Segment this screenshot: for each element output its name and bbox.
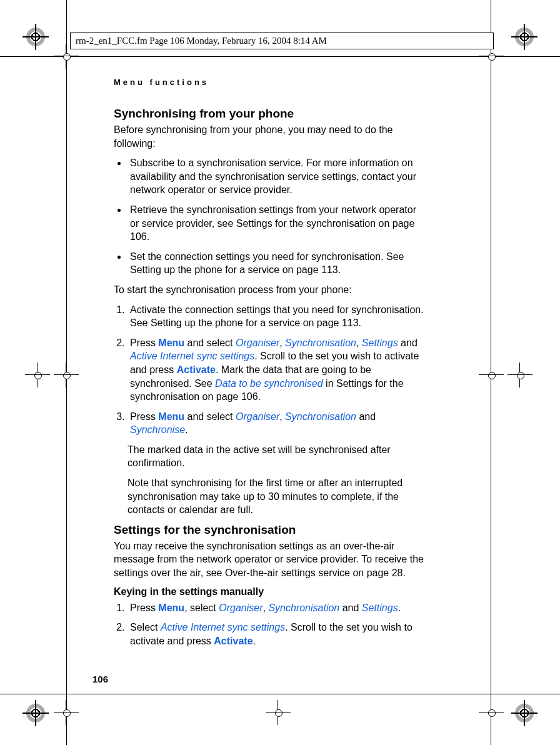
ui-term: Activate [177,364,216,375]
ui-term: Settings [362,338,398,348]
list-item: Press Menu, select Organiser, Synchronis… [128,601,426,615]
section-heading: Synchronising from your phone [114,107,426,121]
numbered-list: Press Menu, select Organiser, Synchronis… [114,601,426,648]
ui-term: Synchronisation [285,411,356,422]
section-heading: Settings for the synchronisation [114,523,426,537]
crosshair-icon [54,362,79,388]
text-run: and [356,411,376,422]
text-run: Press [130,602,158,613]
crop-line-bottom [0,694,560,694]
list-item: Set the connection settings you need for… [128,250,426,277]
ui-term: Active Internet sync settings [161,622,285,632]
list-item: Activate the connection settings that yo… [128,303,426,330]
ui-term: Organiser [236,411,279,422]
list-item: Press Menu and select Organiser, Synchro… [128,410,426,437]
body-text: Note that synchronising for the first ti… [128,476,426,517]
sub-heading: Keying in the settings manually [114,586,426,598]
text-run: and select [184,338,236,348]
crop-line-top [0,56,560,57]
text-run: and [339,602,362,613]
registration-mark-icon [515,28,534,46]
ui-term: Activate [214,636,252,646]
registration-mark-icon [26,28,45,46]
list-item: Retrieve the synchronisation settings fr… [128,203,426,244]
text-run: and [398,338,418,348]
crosshair-icon [25,362,50,388]
text-run: Press [130,411,158,422]
body-text: Before synchronising from your phone, yo… [114,123,426,150]
ui-term: Menu [158,411,184,422]
bullet-list: Subscribe to a synchronisation service. … [114,156,426,277]
page-number: 106 [92,674,108,684]
body-text: You may receive the synchronisation sett… [114,539,426,580]
text-run: , [279,338,285,348]
ui-term: Organiser [219,602,262,613]
crosshair-icon [508,362,532,388]
numbered-list: Activate the connection settings that yo… [114,303,426,437]
registration-mark-icon [26,704,45,722]
ui-term: Menu [158,602,184,613]
text-run: and select [184,411,236,422]
ui-term: Synchronisation [285,338,356,348]
text-run: . [185,424,188,435]
running-head: Menu functions [114,78,426,87]
ui-term: Synchronise [130,424,185,435]
crosshair-icon [479,700,504,725]
crosshair-icon [266,700,291,725]
page-content: Menu functions Synchronising from your p… [114,78,426,654]
crosshair-icon [479,362,504,388]
ui-term: Synchronisation [268,602,339,613]
crosshair-icon [54,700,79,725]
header-stamp: rm-2_en1_FCC.fm Page 106 Monday, Februar… [70,32,494,49]
text-run: Press [130,338,158,348]
text-run: , [279,411,285,422]
ui-term: Organiser [236,338,279,348]
list-item: Press Menu and select Organiser, Synchro… [128,336,426,404]
text-run: . [253,636,256,646]
body-text: The marked data in the active set will b… [128,443,426,470]
ui-term: Settings [362,602,398,613]
ui-term: Active Internet sync settings [130,351,254,361]
ui-term: Data to be synchronised [215,378,323,389]
text-run: , [356,338,362,348]
registration-mark-icon [515,704,534,722]
ui-term: Menu [158,338,184,348]
text-run: , select [184,602,219,613]
list-item: Subscribe to a synchronisation service. … [128,156,426,197]
text-run: Select [130,622,161,632]
body-text: To start the synchronisation process fro… [114,283,426,297]
text-run: . [398,602,401,613]
list-item: Select Active Internet sync settings. Sc… [128,621,426,648]
